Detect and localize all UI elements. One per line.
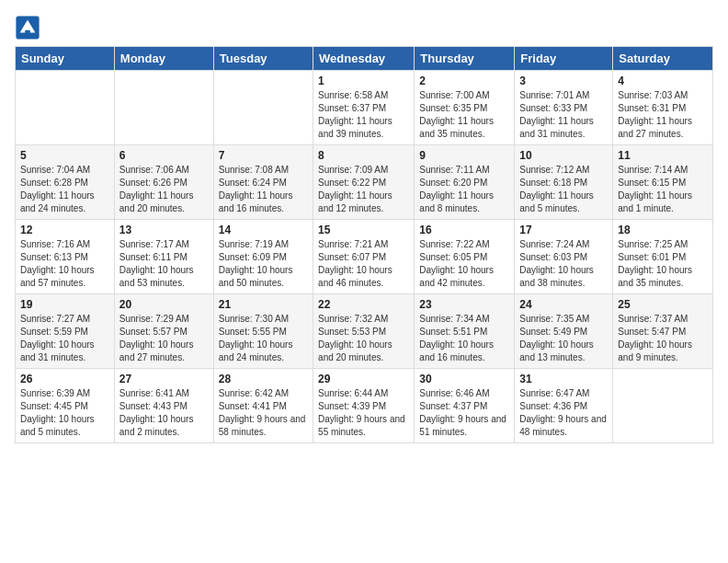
day-info: Sunrise: 7:24 AMSunset: 6:03 PMDaylight:… [519, 238, 608, 290]
day-info: Sunrise: 7:03 AMSunset: 6:31 PMDaylight:… [618, 89, 708, 141]
day-info: Sunrise: 7:37 AMSunset: 5:47 PMDaylight:… [618, 313, 708, 364]
day-info: Sunrise: 6:42 AMSunset: 4:41 PMDaylight:… [219, 387, 308, 439]
day-cell [114, 71, 213, 145]
column-header-monday: Monday [114, 47, 213, 71]
day-info: Sunrise: 7:30 AMSunset: 5:55 PMDaylight:… [219, 313, 308, 364]
day-info: Sunrise: 7:17 AMSunset: 6:11 PMDaylight:… [119, 238, 209, 290]
day-cell [613, 369, 713, 443]
day-info: Sunrise: 7:09 AMSunset: 6:22 PMDaylight:… [318, 164, 409, 215]
day-info: Sunrise: 6:39 AMSunset: 4:45 PMDaylight:… [20, 387, 109, 439]
calendar-header-row: SundayMondayTuesdayWednesdayThursdayFrid… [16, 47, 713, 71]
day-number: 9 [419, 149, 509, 162]
week-row-3: 12Sunrise: 7:16 AMSunset: 6:13 PMDayligh… [16, 220, 713, 294]
column-header-saturday: Saturday [613, 47, 713, 71]
day-number: 11 [618, 149, 708, 162]
day-info: Sunrise: 7:04 AMSunset: 6:28 PMDaylight:… [20, 164, 109, 215]
day-cell: 14Sunrise: 7:19 AMSunset: 6:09 PMDayligh… [213, 220, 313, 294]
week-row-1: 1Sunrise: 6:58 AMSunset: 6:37 PMDaylight… [16, 71, 713, 145]
day-cell: 27Sunrise: 6:41 AMSunset: 4:43 PMDayligh… [114, 369, 213, 443]
day-number: 1 [318, 75, 409, 87]
day-cell: 26Sunrise: 6:39 AMSunset: 4:45 PMDayligh… [16, 369, 115, 443]
column-header-wednesday: Wednesday [313, 47, 415, 71]
day-info: Sunrise: 7:27 AMSunset: 5:59 PMDaylight:… [20, 313, 109, 364]
day-cell: 3Sunrise: 7:01 AMSunset: 6:33 PMDaylight… [515, 71, 613, 145]
day-cell: 31Sunrise: 6:47 AMSunset: 4:36 PMDayligh… [515, 369, 613, 443]
day-info: Sunrise: 7:22 AMSunset: 6:05 PMDaylight:… [419, 238, 509, 290]
day-number: 13 [119, 224, 209, 236]
day-cell: 21Sunrise: 7:30 AMSunset: 5:55 PMDayligh… [213, 294, 313, 369]
day-info: Sunrise: 7:01 AMSunset: 6:33 PMDaylight:… [519, 89, 608, 141]
day-info: Sunrise: 7:16 AMSunset: 6:13 PMDaylight:… [20, 238, 109, 290]
page-header [15, 15, 713, 40]
day-cell: 6Sunrise: 7:06 AMSunset: 6:26 PMDaylight… [114, 145, 213, 220]
day-cell: 4Sunrise: 7:03 AMSunset: 6:31 PMDaylight… [613, 71, 713, 145]
day-number: 20 [119, 298, 209, 311]
day-number: 24 [519, 298, 608, 311]
column-header-sunday: Sunday [16, 47, 115, 71]
day-cell: 2Sunrise: 7:00 AMSunset: 6:35 PMDaylight… [415, 71, 515, 145]
day-number: 5 [20, 149, 109, 162]
day-number: 21 [219, 298, 308, 311]
day-info: Sunrise: 7:35 AMSunset: 5:49 PMDaylight:… [519, 313, 608, 364]
day-number: 10 [519, 149, 608, 162]
day-cell: 17Sunrise: 7:24 AMSunset: 6:03 PMDayligh… [515, 220, 613, 294]
day-number: 23 [419, 298, 509, 311]
week-row-2: 5Sunrise: 7:04 AMSunset: 6:28 PMDaylight… [16, 145, 713, 220]
day-info: Sunrise: 7:29 AMSunset: 5:57 PMDaylight:… [119, 313, 209, 364]
day-info: Sunrise: 7:11 AMSunset: 6:20 PMDaylight:… [419, 164, 509, 215]
day-info: Sunrise: 6:47 AMSunset: 4:36 PMDaylight:… [519, 387, 608, 439]
day-info: Sunrise: 7:32 AMSunset: 5:53 PMDaylight:… [318, 313, 409, 364]
day-cell: 15Sunrise: 7:21 AMSunset: 6:07 PMDayligh… [313, 220, 415, 294]
day-info: Sunrise: 7:19 AMSunset: 6:09 PMDaylight:… [219, 238, 308, 290]
day-number: 3 [519, 75, 608, 87]
day-info: Sunrise: 7:00 AMSunset: 6:35 PMDaylight:… [419, 89, 509, 141]
day-cell: 20Sunrise: 7:29 AMSunset: 5:57 PMDayligh… [114, 294, 213, 369]
day-number: 30 [419, 373, 509, 385]
day-cell: 9Sunrise: 7:11 AMSunset: 6:20 PMDaylight… [415, 145, 515, 220]
day-number: 12 [20, 224, 109, 236]
calendar: SundayMondayTuesdayWednesdayThursdayFrid… [15, 46, 713, 443]
day-info: Sunrise: 7:12 AMSunset: 6:18 PMDaylight:… [519, 164, 608, 215]
day-number: 6 [119, 149, 209, 162]
week-row-4: 19Sunrise: 7:27 AMSunset: 5:59 PMDayligh… [16, 294, 713, 369]
day-number: 19 [20, 298, 109, 311]
day-cell: 25Sunrise: 7:37 AMSunset: 5:47 PMDayligh… [613, 294, 713, 369]
day-info: Sunrise: 7:34 AMSunset: 5:51 PMDaylight:… [419, 313, 509, 364]
day-number: 15 [318, 224, 409, 236]
day-number: 27 [119, 373, 209, 385]
day-number: 7 [219, 149, 308, 162]
day-number: 26 [20, 373, 109, 385]
day-info: Sunrise: 7:14 AMSunset: 6:15 PMDaylight:… [618, 164, 708, 215]
day-cell: 13Sunrise: 7:17 AMSunset: 6:11 PMDayligh… [114, 220, 213, 294]
day-cell: 5Sunrise: 7:04 AMSunset: 6:28 PMDaylight… [16, 145, 115, 220]
day-cell: 12Sunrise: 7:16 AMSunset: 6:13 PMDayligh… [16, 220, 115, 294]
day-number: 16 [419, 224, 509, 236]
day-number: 8 [318, 149, 409, 162]
column-header-thursday: Thursday [415, 47, 515, 71]
day-cell: 22Sunrise: 7:32 AMSunset: 5:53 PMDayligh… [313, 294, 415, 369]
logo [15, 15, 44, 40]
day-cell: 10Sunrise: 7:12 AMSunset: 6:18 PMDayligh… [515, 145, 613, 220]
day-number: 17 [519, 224, 608, 236]
day-info: Sunrise: 6:41 AMSunset: 4:43 PMDaylight:… [119, 387, 209, 439]
day-info: Sunrise: 7:21 AMSunset: 6:07 PMDaylight:… [318, 238, 409, 290]
day-cell: 28Sunrise: 6:42 AMSunset: 4:41 PMDayligh… [213, 369, 313, 443]
day-number: 29 [318, 373, 409, 385]
day-number: 2 [419, 75, 509, 87]
day-number: 18 [618, 224, 708, 236]
day-number: 28 [219, 373, 308, 385]
day-cell: 1Sunrise: 6:58 AMSunset: 6:37 PMDaylight… [313, 71, 415, 145]
column-header-tuesday: Tuesday [213, 47, 313, 71]
day-cell [213, 71, 313, 145]
day-cell: 29Sunrise: 6:44 AMSunset: 4:39 PMDayligh… [313, 369, 415, 443]
day-info: Sunrise: 6:58 AMSunset: 6:37 PMDaylight:… [318, 89, 409, 141]
week-row-5: 26Sunrise: 6:39 AMSunset: 4:45 PMDayligh… [16, 369, 713, 443]
day-number: 25 [618, 298, 708, 311]
day-number: 4 [618, 75, 708, 87]
day-cell: 18Sunrise: 7:25 AMSunset: 6:01 PMDayligh… [613, 220, 713, 294]
day-cell: 24Sunrise: 7:35 AMSunset: 5:49 PMDayligh… [515, 294, 613, 369]
day-cell: 19Sunrise: 7:27 AMSunset: 5:59 PMDayligh… [16, 294, 115, 369]
day-info: Sunrise: 6:46 AMSunset: 4:37 PMDaylight:… [419, 387, 509, 439]
day-info: Sunrise: 7:06 AMSunset: 6:26 PMDaylight:… [119, 164, 209, 215]
day-cell [16, 71, 115, 145]
